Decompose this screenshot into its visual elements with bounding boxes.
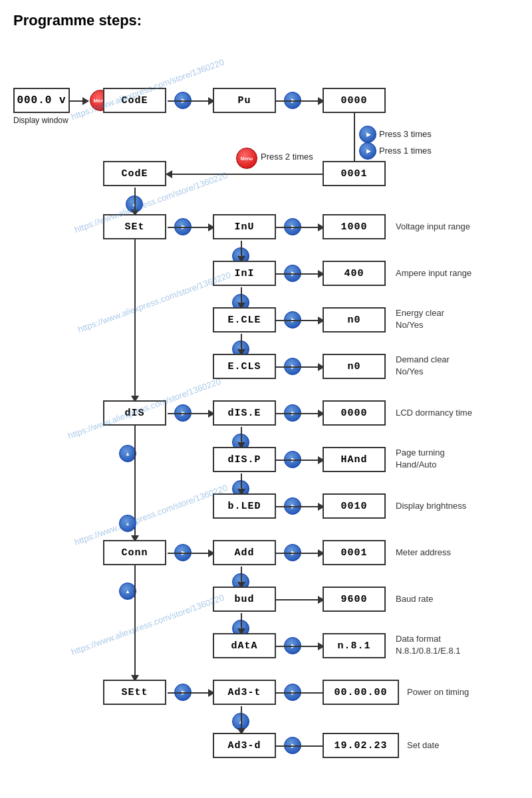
vline-set-dis — [134, 239, 136, 402]
val0010-box: 0010 — [323, 493, 386, 519]
arrow-dise-val — [276, 413, 324, 414]
desc-disp: Page turningHand/Auto — [396, 447, 445, 471]
val0000-1-box: 0000 — [323, 88, 386, 113]
arrow-dis-dise — [168, 413, 214, 414]
desc-voltage: Voltage input range — [396, 221, 470, 233]
data-box: dAtA — [213, 633, 276, 658]
arrow-display-menu — [70, 100, 88, 102]
arrow-ini-val — [276, 273, 324, 275]
desc-data: Data formatN.8.1/0.8.1/E.8.1 — [396, 633, 461, 657]
valhand-box: HAnd — [323, 447, 386, 472]
vline-code2-set — [134, 188, 136, 215]
val0001-box: 0001 — [323, 161, 386, 186]
vline-inu-ini — [241, 241, 242, 262]
press1-label: Press 1 times — [379, 146, 432, 156]
sett-box: SEtt — [103, 680, 166, 705]
adjd-box: Ad3-d — [213, 733, 276, 758]
vline-bud-data — [241, 613, 242, 634]
arrow-code1-pu — [168, 100, 214, 102]
menu-btn-press2[interactable]: Menu — [236, 148, 257, 169]
desc-ampere: Ampere input range — [396, 267, 471, 279]
set-box: SEt — [103, 214, 166, 239]
watermark-3: https://www.aliexpress.com/store/1360220 — [76, 270, 232, 334]
arrow-add-val — [276, 553, 324, 554]
dis-box: dIS — [103, 400, 166, 426]
desc-dise: LCD dormancy time — [396, 407, 472, 419]
press2-label: Press 2 times — [261, 152, 313, 162]
inv-box: InU — [213, 214, 276, 239]
arrow-ecls-val — [276, 366, 324, 368]
arrow-ecle-val — [276, 320, 324, 321]
val000000-box: 00.00.00 — [323, 680, 399, 705]
desc-adjt: Power on timing — [407, 686, 469, 698]
val190223-box: 19.02.23 — [323, 733, 399, 758]
vline-add-bud — [241, 567, 242, 588]
val400-box: 400 — [323, 261, 386, 286]
vline-ecle-ecls — [241, 334, 242, 355]
arrow-conn-add — [168, 553, 214, 554]
valn81-box: n.8.1 — [323, 633, 386, 658]
valno2-box: n0 — [323, 354, 386, 379]
add-box: Add — [213, 540, 276, 565]
display-box: 000.0 v — [13, 88, 70, 113]
vline-conn-sett — [134, 565, 136, 682]
code2-box: CodE — [103, 161, 166, 186]
desc-add: Meter address — [396, 547, 451, 559]
ecle-box: E.CLE — [213, 307, 276, 332]
conn-box: Conn — [103, 540, 166, 565]
watermark-5: https://www.aliexpress.com/store/1360220 — [73, 483, 229, 547]
pu-box: Pu — [213, 88, 276, 113]
press3-label: Press 3 times — [379, 129, 432, 139]
val0001-2-box: 0001 — [323, 540, 386, 565]
arrow-set-inu — [168, 227, 214, 228]
bud-box: bud — [213, 587, 276, 612]
desc-ecle: Energy clearNo/Yes — [396, 307, 444, 331]
arrow-sett-adjt — [168, 692, 214, 694]
watermark-6: https://www.aliexpress.com/store/1360220 — [70, 593, 225, 657]
adjt-box: Ad3-t — [213, 680, 276, 705]
disp-box: dIS.P — [213, 447, 276, 472]
dise-box: dIS.E — [213, 400, 276, 426]
arrow-bled-val — [276, 506, 324, 507]
btn-press3 — [359, 126, 376, 143]
vline-adjt-adjd — [241, 706, 242, 734]
btn-dis-conn[interactable] — [119, 515, 136, 532]
arrow-data-val — [276, 646, 324, 647]
vline-dise-disp — [241, 427, 242, 448]
ecls-box: E.CLS — [213, 354, 276, 379]
desc-ecls: Demand clearNo/Yes — [396, 354, 450, 378]
vline-ini-ecle — [241, 287, 242, 309]
val1000-box: 1000 — [323, 214, 386, 239]
desc-bud: Baud rate — [396, 593, 433, 605]
vline-0000-down — [354, 113, 355, 164]
valno1-box: n0 — [323, 307, 386, 332]
arrow-inu-val — [276, 227, 324, 228]
vline-disp-bled — [241, 473, 242, 495]
diagram-container: https://www.aliexpress.com/store/1360220… — [0, 36, 532, 798]
val0000-2-box: 0000 — [323, 400, 386, 426]
page-title: Programme steps: — [0, 0, 532, 36]
arrow-pu-val — [276, 100, 324, 102]
arrow-disp-val — [276, 460, 324, 461]
display-label: Display window — [13, 116, 68, 125]
val9600-box: 9600 — [323, 587, 386, 612]
desc-adjd: Set date — [407, 739, 439, 751]
arrow-bud-val — [276, 599, 324, 600]
code1-box: CodE — [103, 88, 166, 113]
bled-box: b.LED — [213, 493, 276, 519]
desc-bled: Display brightness — [396, 500, 466, 512]
btn-press1 — [359, 142, 376, 160]
ini-box: InI — [213, 261, 276, 286]
